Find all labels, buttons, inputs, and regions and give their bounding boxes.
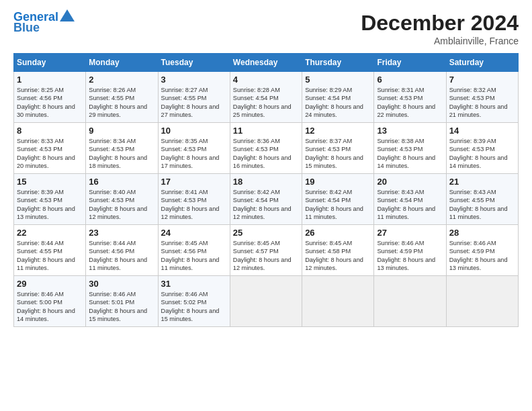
cell-info: Sunrise: 8:44 AMSunset: 4:55 PMDaylight:… — [17, 240, 75, 271]
day-number: 12 — [305, 126, 371, 136]
title-block: December 2024 Amblainville, France — [361, 11, 519, 46]
calendar-cell: 26Sunrise: 8:45 AMSunset: 4:58 PMDayligh… — [302, 225, 374, 276]
day-number: 10 — [161, 126, 227, 136]
cell-info: Sunrise: 8:40 AMSunset: 4:53 PMDaylight:… — [89, 189, 147, 220]
cell-info: Sunrise: 8:46 AMSunset: 4:59 PMDaylight:… — [377, 240, 435, 271]
day-number: 9 — [89, 126, 154, 136]
calendar-cell: 21Sunrise: 8:43 AMSunset: 4:55 PMDayligh… — [446, 174, 518, 225]
calendar-cell: 23Sunrise: 8:44 AMSunset: 4:56 PMDayligh… — [86, 225, 158, 276]
cell-info: Sunrise: 8:44 AMSunset: 4:56 PMDaylight:… — [89, 240, 147, 271]
cell-info: Sunrise: 8:45 AMSunset: 4:56 PMDaylight:… — [161, 240, 220, 271]
cell-info: Sunrise: 8:35 AMSunset: 4:53 PMDaylight:… — [161, 138, 220, 169]
cell-info: Sunrise: 8:33 AMSunset: 4:53 PMDaylight:… — [17, 138, 75, 169]
calendar-cell: 10Sunrise: 8:35 AMSunset: 4:53 PMDayligh… — [158, 123, 230, 174]
day-number: 4 — [233, 75, 299, 85]
cell-info: Sunrise: 8:45 AMSunset: 4:57 PMDaylight:… — [233, 240, 292, 271]
header-cell-friday: Friday — [374, 54, 446, 72]
calendar-cell: 12Sunrise: 8:37 AMSunset: 4:53 PMDayligh… — [302, 123, 374, 174]
calendar-cell: 18Sunrise: 8:42 AMSunset: 4:54 PMDayligh… — [230, 174, 302, 225]
calendar-cell: 27Sunrise: 8:46 AMSunset: 4:59 PMDayligh… — [374, 225, 446, 276]
day-number: 22 — [17, 228, 83, 238]
calendar-cell: 16Sunrise: 8:40 AMSunset: 4:53 PMDayligh… — [86, 174, 158, 225]
day-number: 28 — [449, 228, 515, 238]
day-number: 15 — [17, 177, 83, 187]
week-row-2: 8Sunrise: 8:33 AMSunset: 4:53 PMDaylight… — [14, 123, 519, 174]
calendar-cell: 6Sunrise: 8:31 AMSunset: 4:53 PMDaylight… — [374, 72, 446, 123]
week-row-3: 15Sunrise: 8:39 AMSunset: 4:53 PMDayligh… — [14, 174, 519, 225]
cell-info: Sunrise: 8:39 AMSunset: 4:53 PMDaylight:… — [449, 138, 508, 169]
calendar-cell — [230, 276, 302, 327]
cell-info: Sunrise: 8:27 AMSunset: 4:55 PMDaylight:… — [161, 87, 220, 118]
calendar-cell: 14Sunrise: 8:39 AMSunset: 4:53 PMDayligh… — [446, 123, 518, 174]
day-number: 27 — [377, 228, 443, 238]
cell-info: Sunrise: 8:26 AMSunset: 4:55 PMDaylight:… — [89, 87, 147, 118]
calendar-cell — [446, 276, 518, 327]
logo-triangle-icon — [60, 9, 75, 21]
day-number: 16 — [89, 177, 154, 187]
cell-info: Sunrise: 8:43 AMSunset: 4:55 PMDaylight:… — [449, 189, 508, 220]
week-row-1: 1Sunrise: 8:25 AMSunset: 4:56 PMDaylight… — [14, 72, 519, 123]
day-number: 11 — [233, 126, 299, 136]
header: General Blue December 2024 Amblainville,… — [13, 11, 519, 46]
calendar-cell: 7Sunrise: 8:32 AMSunset: 4:53 PMDaylight… — [446, 72, 518, 123]
day-number: 30 — [89, 279, 154, 289]
calendar-cell — [302, 276, 374, 327]
logo-text-blue: Blue — [13, 21, 40, 35]
cell-info: Sunrise: 8:46 AMSunset: 5:01 PMDaylight:… — [89, 291, 147, 322]
cell-info: Sunrise: 8:41 AMSunset: 4:53 PMDaylight:… — [161, 189, 220, 220]
cell-info: Sunrise: 8:34 AMSunset: 4:53 PMDaylight:… — [89, 138, 147, 169]
day-number: 3 — [161, 75, 227, 85]
day-number: 23 — [89, 228, 154, 238]
cell-info: Sunrise: 8:29 AMSunset: 4:54 PMDaylight:… — [305, 87, 363, 118]
calendar-cell: 31Sunrise: 8:46 AMSunset: 5:02 PMDayligh… — [158, 276, 230, 327]
cell-info: Sunrise: 8:45 AMSunset: 4:58 PMDaylight:… — [305, 240, 363, 271]
day-number: 18 — [233, 177, 299, 187]
week-row-4: 22Sunrise: 8:44 AMSunset: 4:55 PMDayligh… — [14, 225, 519, 276]
day-number: 24 — [161, 228, 227, 238]
cell-info: Sunrise: 8:36 AMSunset: 4:53 PMDaylight:… — [233, 138, 292, 169]
calendar-table: SundayMondayTuesdayWednesdayThursdayFrid… — [13, 53, 519, 327]
day-number: 21 — [449, 177, 515, 187]
header-cell-thursday: Thursday — [302, 54, 374, 72]
day-number: 26 — [305, 228, 371, 238]
calendar-cell: 30Sunrise: 8:46 AMSunset: 5:01 PMDayligh… — [86, 276, 158, 327]
day-number: 29 — [17, 279, 83, 289]
calendar-cell — [374, 276, 446, 327]
calendar-cell: 11Sunrise: 8:36 AMSunset: 4:53 PMDayligh… — [230, 123, 302, 174]
day-number: 1 — [17, 75, 83, 85]
calendar-cell: 29Sunrise: 8:46 AMSunset: 5:00 PMDayligh… — [14, 276, 86, 327]
calendar-cell: 24Sunrise: 8:45 AMSunset: 4:56 PMDayligh… — [158, 225, 230, 276]
calendar-header: SundayMondayTuesdayWednesdayThursdayFrid… — [14, 54, 519, 72]
calendar-page: General Blue December 2024 Amblainville,… — [0, 0, 532, 338]
cell-info: Sunrise: 8:25 AMSunset: 4:56 PMDaylight:… — [17, 87, 75, 118]
day-number: 31 — [161, 279, 227, 289]
cell-info: Sunrise: 8:43 AMSunset: 4:54 PMDaylight:… — [377, 189, 435, 220]
logo: General Blue — [13, 11, 75, 35]
day-number: 2 — [89, 75, 154, 85]
cell-info: Sunrise: 8:42 AMSunset: 4:54 PMDaylight:… — [233, 189, 292, 220]
calendar-cell: 25Sunrise: 8:45 AMSunset: 4:57 PMDayligh… — [230, 225, 302, 276]
header-cell-saturday: Saturday — [446, 54, 518, 72]
cell-info: Sunrise: 8:37 AMSunset: 4:53 PMDaylight:… — [305, 138, 363, 169]
calendar-cell: 2Sunrise: 8:26 AMSunset: 4:55 PMDaylight… — [86, 72, 158, 123]
day-number: 25 — [233, 228, 299, 238]
day-number: 8 — [17, 126, 83, 136]
day-number: 6 — [377, 75, 443, 85]
calendar-cell: 8Sunrise: 8:33 AMSunset: 4:53 PMDaylight… — [14, 123, 86, 174]
cell-info: Sunrise: 8:31 AMSunset: 4:53 PMDaylight:… — [377, 87, 435, 118]
calendar-cell: 19Sunrise: 8:42 AMSunset: 4:54 PMDayligh… — [302, 174, 374, 225]
day-number: 5 — [305, 75, 371, 85]
cell-info: Sunrise: 8:32 AMSunset: 4:53 PMDaylight:… — [449, 87, 508, 118]
day-number: 20 — [377, 177, 443, 187]
calendar-cell: 22Sunrise: 8:44 AMSunset: 4:55 PMDayligh… — [14, 225, 86, 276]
header-cell-tuesday: Tuesday — [158, 54, 230, 72]
calendar-cell: 4Sunrise: 8:28 AMSunset: 4:54 PMDaylight… — [230, 72, 302, 123]
cell-info: Sunrise: 8:46 AMSunset: 5:02 PMDaylight:… — [161, 291, 220, 322]
day-number: 14 — [449, 126, 515, 136]
svg-marker-0 — [60, 9, 75, 21]
header-cell-wednesday: Wednesday — [230, 54, 302, 72]
calendar-cell: 17Sunrise: 8:41 AMSunset: 4:53 PMDayligh… — [158, 174, 230, 225]
calendar-cell: 20Sunrise: 8:43 AMSunset: 4:54 PMDayligh… — [374, 174, 446, 225]
month-title: December 2024 — [361, 11, 519, 36]
cell-info: Sunrise: 8:42 AMSunset: 4:54 PMDaylight:… — [305, 189, 363, 220]
